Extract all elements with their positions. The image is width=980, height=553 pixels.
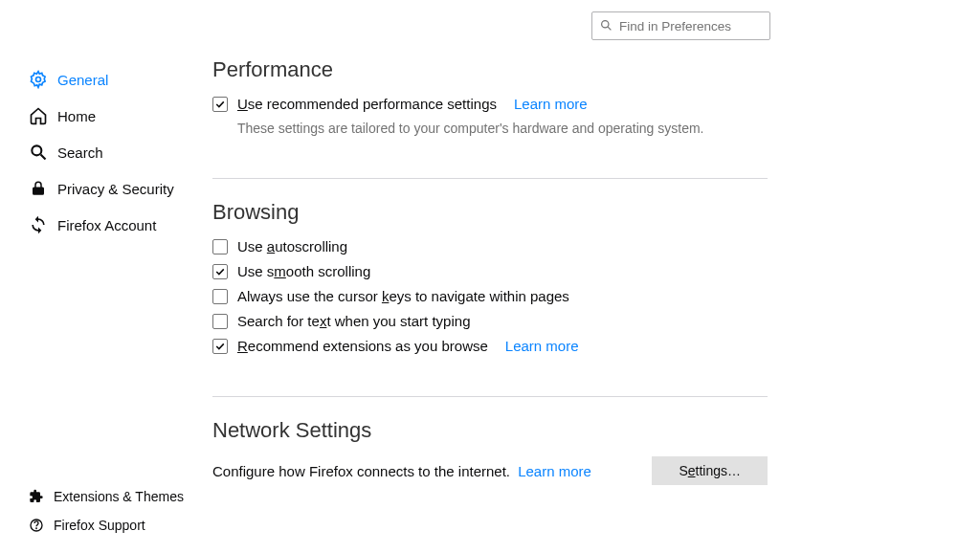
network-description: Configure how Firefox connects to the in… (212, 463, 591, 479)
browsing-learn-more-link[interactable]: Learn more (505, 338, 579, 354)
sync-icon (29, 215, 48, 234)
recommended-settings-label[interactable]: Use recommended performance settings (237, 96, 497, 112)
smooth-scrolling-row: Use smooth scrolling (212, 263, 768, 279)
section-divider (212, 396, 768, 397)
sidebar-item-label: Firefox Account (57, 217, 156, 233)
network-settings-button[interactable]: Settings… (652, 456, 768, 485)
search-text-checkbox[interactable] (212, 314, 228, 329)
cursor-keys-label[interactable]: Always use the cursor keys to navigate w… (237, 288, 569, 304)
svg-line-1 (608, 27, 611, 30)
search-text-row: Search for text when you start typing (212, 313, 768, 329)
sidebar-item-label: General (57, 72, 108, 88)
sidebar-item-home[interactable]: Home (0, 98, 201, 134)
sidebar-item-privacy[interactable]: Privacy & Security (0, 170, 201, 207)
home-icon (29, 106, 48, 125)
recommended-settings-checkbox[interactable] (212, 97, 228, 112)
smooth-scrolling-label[interactable]: Use smooth scrolling (237, 263, 370, 279)
search-input[interactable] (591, 11, 770, 40)
puzzle-icon (29, 489, 44, 504)
svg-line-4 (41, 155, 46, 160)
svg-point-2 (36, 77, 41, 82)
sidebar: General Home Search Privacy & Security F… (0, 61, 201, 243)
sidebar-item-label: Firefox Support (54, 518, 145, 533)
sidebar-item-search[interactable]: Search (0, 134, 201, 170)
cursor-keys-row: Always use the cursor keys to navigate w… (212, 288, 768, 304)
svg-point-3 (32, 145, 41, 155)
section-divider (212, 178, 768, 179)
performance-heading: Performance (212, 57, 768, 82)
autoscrolling-label[interactable]: Use autoscrolling (237, 238, 347, 254)
sidebar-item-extensions[interactable]: Extensions & Themes (0, 482, 201, 511)
svg-point-6 (36, 528, 37, 529)
performance-hint: These settings are tailored to your comp… (237, 121, 768, 136)
search-text-label[interactable]: Search for text when you start typing (237, 313, 470, 329)
recommend-extensions-label[interactable]: Recommend extensions as you browse (237, 338, 488, 354)
search-icon (600, 19, 612, 32)
autoscrolling-row: Use autoscrolling (212, 238, 768, 254)
content-area: Performance Use recommended performance … (212, 57, 768, 485)
sidebar-item-label: Search (57, 144, 103, 161)
network-heading: Network Settings (212, 418, 768, 443)
smooth-scrolling-checkbox[interactable] (212, 264, 228, 279)
performance-learn-more-link[interactable]: Learn more (514, 96, 588, 112)
sidebar-footer: Extensions & Themes Firefox Support (0, 482, 201, 540)
sidebar-item-label: Home (57, 108, 96, 124)
svg-point-0 (602, 21, 609, 28)
sidebar-item-label: Extensions & Themes (54, 489, 184, 504)
sidebar-item-label: Privacy & Security (57, 181, 174, 197)
browsing-heading: Browsing (212, 200, 768, 225)
magnify-icon (29, 143, 48, 162)
autoscrolling-checkbox[interactable] (212, 239, 228, 254)
recommend-extensions-checkbox[interactable] (212, 339, 228, 354)
network-learn-more-link[interactable]: Learn more (518, 463, 591, 479)
gear-icon (29, 70, 48, 89)
sidebar-item-support[interactable]: Firefox Support (0, 511, 201, 540)
recommend-extensions-row: Recommend extensions as you browse Learn… (212, 338, 768, 354)
lock-icon (29, 179, 48, 198)
network-row: Configure how Firefox connects to the in… (212, 456, 768, 485)
search-container (591, 11, 770, 40)
recommended-settings-row: Use recommended performance settings Lea… (212, 96, 768, 112)
sidebar-item-general[interactable]: General (0, 61, 201, 98)
help-icon (29, 518, 44, 533)
cursor-keys-checkbox[interactable] (212, 289, 228, 304)
sidebar-item-account[interactable]: Firefox Account (0, 207, 201, 243)
